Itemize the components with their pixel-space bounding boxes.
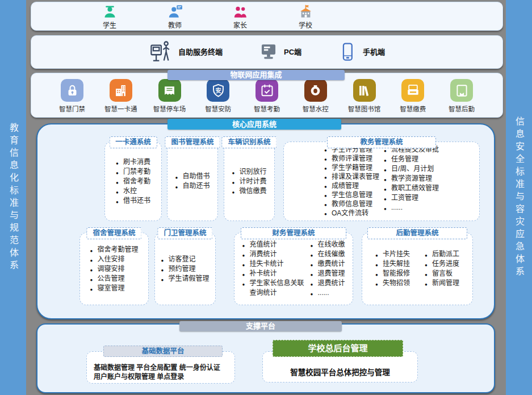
list-item: 退费统计 [310,278,345,288]
list-item: 水控 [116,186,150,196]
system-box-title: 财务管理系统 [241,227,346,239]
system-box-lists: 宿舍考勤管理入住安排调寝安排公告管理寝室管理 [90,245,138,293]
list-item: 教职工绩效管理 [384,184,439,193]
terminals-row: 自助服务终端PC端手机端 [31,35,502,68]
iot-label: 智慧停车场 [153,104,186,113]
iot-tile [450,79,473,102]
system-box-title: 教务管理系统 [327,136,436,148]
list-item: 任务进度 [425,259,459,269]
iot-item: 智慧图书馆 [346,79,383,117]
iot-item: 安智慧安防 [199,79,237,117]
system-box-title: 宿舍管理系统 [86,227,141,239]
list-item: 挂失卡统计 [242,259,305,269]
list-item: 缴费统计 [310,259,345,269]
calendar-icon [259,83,275,98]
iot-label: 智慧缴费 [400,104,426,113]
iot-header: 物联网应用集成 [167,70,345,80]
school-icon [298,4,313,19]
iot-item: 智慧水控 [297,79,334,117]
list-item: 微信缴费 [232,186,266,196]
iot-label: 智慧门禁 [59,104,85,113]
base-data-line1: 基础数据管理 平台全局配置 统一身份认证 [94,363,234,372]
core-systems-panel: 核心应用系统 一卡通系统刷卡消费门禁考勤宿舍考勤水控借书还书图书管理系统自助借书… [36,123,495,319]
user-label: 教师 [168,20,182,30]
list-item: 刷卡消费 [116,157,150,167]
iot-label: 智慧考勤 [254,104,280,113]
system-box: 教务管理系统学生评分管理教师评课管理学生学籍管理排课及课表管理成绩管理学生信息管… [283,142,480,221]
base-data-platform-title: 基础数据平台 [103,346,223,357]
user-label: 学生 [103,20,116,30]
list-item: 挂失解挂 [375,259,410,269]
iot-label: 智慧安防 [205,104,231,113]
iot-label: 智慧水控 [303,104,329,113]
list-item: 新闻管理 [425,278,459,288]
pc-icon [259,42,278,61]
user-label: 学校 [299,20,312,30]
books-icon [357,83,372,98]
kiosk-icon [149,40,173,64]
shield-icon: 安 [211,83,226,98]
list-item: 任务管理 [384,155,439,164]
system-box-lists: 卡片挂失挂失解挂智能报修失物招领后勤派工任务进度留言板新闻管理 [375,250,459,288]
system-box: 后勤管理系统卡片挂失挂失解挂智能报修失物招领后勤派工任务进度留言板新闻管理 [362,232,473,305]
iot-tile [110,79,132,102]
list-item: 智能报修 [375,269,410,278]
list-item: 后勤派工 [425,250,459,259]
system-box-title: 图书管理系统 [165,136,220,148]
list-item: 预约管理 [161,264,209,274]
list-item: ...... [310,288,345,298]
list-item: OA文件流转 [324,209,379,218]
system-box-lists: 自助借书自助还书 [175,172,210,191]
building-icon [113,83,128,98]
iot-tile [255,79,278,102]
system-box: 一卡通系统刷卡消费门禁考勤宿舍考勤水控借书还书 [104,142,162,221]
ticket-icon [162,83,177,98]
list-item: 退费管理 [310,269,345,278]
support-panel: 支撑平台 基础数据管理 平台全局配置 统一身份认证 用户账户与权限管理 单点登录… [36,323,495,393]
support-header: 支撑平台 [179,321,342,331]
list-item: 充值统计 [242,240,305,250]
system-list: 学生评分管理教师评课管理学生学籍管理排课及课表管理成绩管理学生信息管理教师信息管… [324,145,379,218]
list-item: 卡片挂失 [375,250,410,259]
list-item: 计时计费 [232,177,266,186]
parents-icon [233,4,248,19]
right-standards-label: 信息安全标准与容灾应急体系 [512,117,526,279]
system-list: 后勤派工任务进度留言板新闻管理 [425,250,459,288]
system-list: 流程提交及审批任务管理日/周、月计划教学资源管理教职工绩效管理工资管理.....… [384,145,439,213]
list-item: 留言板 [425,269,459,278]
system-list: 在线收缴在线催缴缴费统计退费管理退费统计...... [310,240,345,298]
left-standards-bar: 教育信息化标准与规范体系 [0,0,26,395]
admin-platform-title: 学校总后台管理 [273,340,403,357]
users-row: 学生教师家长学校 [31,2,502,30]
iot-tile [304,79,327,102]
system-list: 访客登记预约管理学生请假管理 [161,255,209,284]
right-standards-bar: 信息安全标准与容灾应急体系 [506,0,532,395]
user-item-school: 学校 [288,2,323,30]
iot-item: 智慧后勤 [443,79,480,117]
list-item: 寝室管理 [90,284,138,293]
iot-tile [158,79,181,102]
list-item: 教师信息管理 [324,199,379,209]
user-item-teacher: 教师 [157,2,192,30]
list-item: 识别放行 [232,167,266,177]
list-item: 教师评课管理 [324,154,379,163]
system-box-lists: 学生评分管理教师评课管理学生学籍管理排课及课表管理成绩管理学生信息管理教师信息管… [324,145,439,218]
list-item: 排课及课表管理 [324,172,379,181]
iot-item: 智慧门禁 [53,79,91,117]
list-item: 失物招领 [375,278,410,288]
terminal-label: 手机端 [363,46,385,57]
system-box-lists: 充值统计消费统计挂失卡统计补卡统计学生家长信息关联查询统计在线收缴在线催缴缴费统… [242,240,345,298]
terminal-item-mobile: 手机端 [338,42,385,61]
system-list: 刷卡消费门禁考勤宿舍考勤水控借书还书 [116,157,150,206]
system-box-lists: 识别放行计时计费微信缴费 [232,167,266,196]
list-item: 成绩管理 [324,181,379,190]
list-item: 入住安排 [90,255,138,264]
terminal-item-kiosk: 自助服务终端 [149,40,223,64]
list-item: 公告管理 [90,274,138,284]
mobile-icon [338,42,357,61]
iot-label: 智慧一卡通 [104,104,137,113]
user-item-parents: 家长 [223,2,258,30]
system-list: 充值统计消费统计挂失卡统计补卡统计学生家长信息关联查询统计 [242,240,305,298]
clipboard-icon [454,83,470,98]
list-item: ...... [384,203,439,213]
